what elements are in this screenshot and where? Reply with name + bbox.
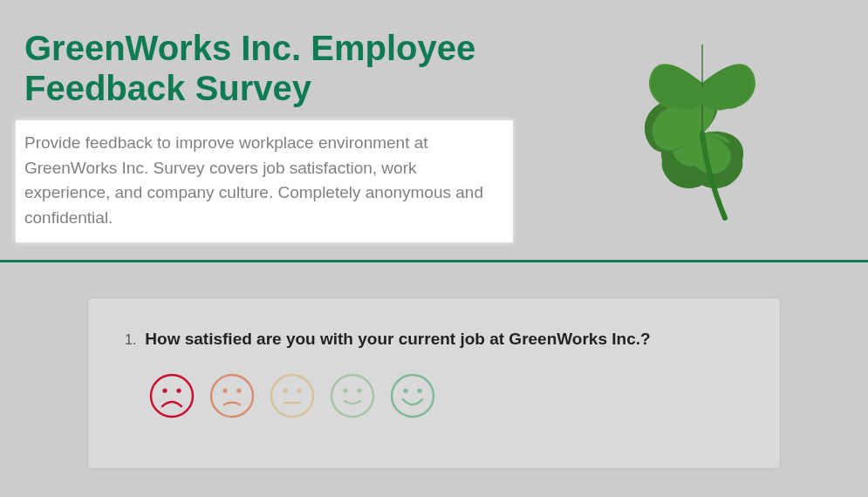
smiley-dissatisfied[interactable] [208, 371, 256, 419]
svg-point-0 [151, 375, 193, 417]
svg-point-1 [162, 388, 167, 392]
svg-point-14 [403, 388, 407, 392]
svg-point-11 [343, 388, 347, 392]
svg-point-7 [283, 388, 287, 392]
svg-point-15 [417, 388, 421, 392]
survey-title: GreenWorks Inc. Employee Feedback Survey [24, 28, 583, 108]
smiley-very-satisfied[interactable] [388, 371, 436, 419]
svg-point-13 [392, 375, 434, 417]
smiley-rating-scale [125, 371, 743, 419]
question-header: 1. How satisfied are you with your curre… [125, 330, 743, 349]
smiley-very-dissatisfied[interactable] [147, 371, 195, 419]
svg-point-3 [211, 375, 253, 417]
shamrock-logo [606, 33, 798, 237]
survey-description: Provide feedback to improve workplace en… [16, 120, 513, 242]
smiley-neutral[interactable] [268, 371, 316, 419]
question-card-1: 1. How satisfied are you with your curre… [87, 297, 781, 469]
question-number: 1. [125, 332, 136, 348]
svg-point-8 [297, 388, 301, 392]
survey-header: GreenWorks Inc. Employee Feedback Survey… [0, 0, 868, 260]
question-text: How satisfied are you with your current … [145, 330, 650, 349]
smiley-satisfied[interactable] [328, 371, 376, 419]
svg-point-12 [357, 388, 361, 392]
svg-point-5 [236, 388, 241, 392]
svg-point-2 [176, 388, 181, 392]
survey-body: 1. How satisfied are you with your curre… [0, 262, 868, 497]
svg-point-6 [271, 375, 313, 417]
svg-point-4 [222, 388, 227, 392]
svg-point-10 [331, 375, 373, 417]
